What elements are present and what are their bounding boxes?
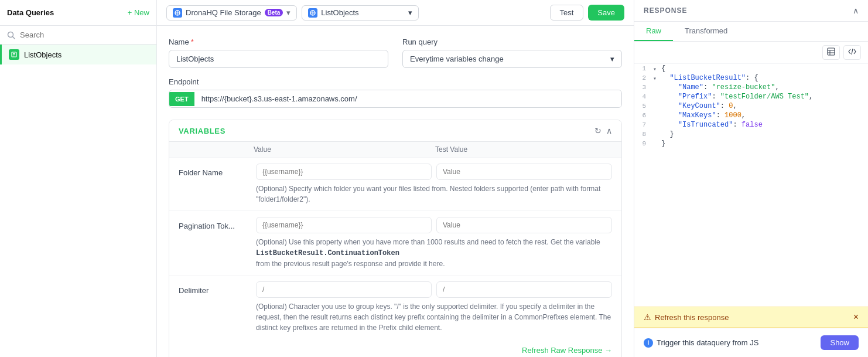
variables-col-headers: Value Test Value xyxy=(169,142,621,157)
endpoint-label: Endpoint xyxy=(169,77,622,86)
svg-rect-12 xyxy=(828,48,835,55)
get-badge: GET xyxy=(169,92,194,106)
table-icon xyxy=(827,47,835,56)
folder-value-input[interactable] xyxy=(256,164,432,180)
variables-actions: ↻ ∧ xyxy=(594,126,612,135)
code-line-3: 3 "Name": "resize-bucket", xyxy=(634,83,868,92)
pagination-test-input[interactable] xyxy=(436,217,612,233)
folder-test-input[interactable] xyxy=(436,164,612,180)
var-inputs-delimiter: (Optional) Character you use to group ke… xyxy=(256,281,612,333)
collapse-variables-button[interactable]: ∧ xyxy=(606,126,612,135)
code-block: 1 ▾ { 2 ▾ "ListBucketResult": { 3 "Name"… xyxy=(634,64,868,307)
trigger-text: i Trigger this dataquery from JS xyxy=(644,338,758,348)
delimiter-description: (Optional) Character you use to group ke… xyxy=(256,301,612,333)
endpoint-input-wrap: GET xyxy=(169,90,622,108)
table-view-button[interactable] xyxy=(822,45,840,60)
response-header: RESPONSE ∧ xyxy=(634,0,868,22)
test-button[interactable]: Test xyxy=(550,5,584,21)
run-query-select[interactable]: Everytime variables change ▾ xyxy=(402,50,622,68)
method-name: ListObjects xyxy=(321,8,358,17)
connector-chevron-icon: ▾ xyxy=(286,8,291,17)
tab-raw[interactable]: Raw xyxy=(634,22,673,41)
search-input[interactable] xyxy=(20,30,149,39)
code-line-6: 6 "MaxKeys": 1000, xyxy=(634,111,868,120)
var-inputs-folder: (Optional) Specify which folder you want… xyxy=(256,164,612,205)
col-test-header: Test Value xyxy=(430,145,612,154)
main-content: DronaHQ File Storage Beta ▾ ListObjects … xyxy=(157,0,634,357)
endpoint-group: Endpoint GET xyxy=(169,77,622,108)
refresh-raw-button[interactable]: Refresh Raw Response → xyxy=(522,346,612,355)
var-inputs-row-delimiter xyxy=(256,281,612,298)
col-value-header: Value xyxy=(249,145,430,154)
var-inputs-row-pagination xyxy=(256,217,612,233)
pagination-value-input[interactable] xyxy=(256,217,432,233)
topbar-actions: Test Save xyxy=(550,5,624,21)
connector-selector[interactable]: DronaHQ File Storage Beta ▾ xyxy=(166,5,297,21)
var-inputs-pagination: (Optional) Use this property when you ha… xyxy=(256,217,612,269)
refresh-banner: ⚠ Refresh this response × xyxy=(634,307,868,328)
var-name-folder: Folder Name xyxy=(179,164,249,177)
name-input[interactable] xyxy=(169,50,388,68)
connector-name: DronaHQ File Storage xyxy=(186,8,261,17)
variable-row-delimiter: Delimiter (Optional) Character you use t… xyxy=(169,275,621,339)
new-query-button[interactable]: + New xyxy=(128,8,149,17)
pagination-desc-before: (Optional) Use this property when you ha… xyxy=(256,238,600,246)
save-button[interactable]: Save xyxy=(588,5,624,21)
method-selector[interactable]: ListObjects ▾ xyxy=(302,5,419,21)
list-item-icon xyxy=(9,49,19,60)
folder-description: (Optional) Specify which folder you want… xyxy=(256,183,612,205)
name-group: Name * xyxy=(169,38,388,68)
variables-header: VARIABLES ↻ ∧ xyxy=(169,120,621,142)
info-icon: i xyxy=(644,338,653,348)
code-line-2: 2 ▾ "ListBucketResult": { xyxy=(634,73,868,83)
code-line-4: 4 "Prefix": "testFolder/AWS Test", xyxy=(634,92,868,101)
code-line-8: 8 } xyxy=(634,130,868,139)
endpoint-input[interactable] xyxy=(194,90,621,107)
method-icon xyxy=(308,8,317,18)
code-line-7: 7 "IsTruncated": false xyxy=(634,120,868,130)
response-title: RESPONSE xyxy=(644,6,687,15)
svg-line-1 xyxy=(13,36,15,39)
response-tabs: Raw Transformed xyxy=(634,22,868,42)
delimiter-value-input[interactable] xyxy=(256,281,432,298)
topbar: DronaHQ File Storage Beta ▾ ListObjects … xyxy=(157,0,634,26)
variables-title: VARIABLES xyxy=(179,127,225,135)
sidebar-item-label: ListObjects xyxy=(24,50,61,59)
sidebar-header: Data Queries + New xyxy=(0,0,156,26)
variables-section: VARIABLES ↻ ∧ Value Test Value Folder Na… xyxy=(169,120,622,357)
response-panel: RESPONSE ∧ Raw Transformed 1 ▾ { xyxy=(634,0,868,357)
beta-badge: Beta xyxy=(265,9,283,16)
refresh-variables-button[interactable]: ↻ xyxy=(594,126,602,135)
run-query-label: Run query xyxy=(402,38,622,46)
name-label: Name * xyxy=(169,38,388,46)
show-button[interactable]: Show xyxy=(821,335,859,350)
method-chevron-icon: ▾ xyxy=(408,8,412,17)
pagination-desc-code: ListBucketResult.ContinuationToken xyxy=(256,249,399,257)
form-area: Name * Run query Everytime variables cha… xyxy=(157,26,634,357)
required-star: * xyxy=(191,38,194,46)
search-box xyxy=(0,26,156,45)
code-line-9: 9 } xyxy=(634,139,868,148)
sidebar-item-listobjects[interactable]: ListObjects xyxy=(0,45,156,64)
pagination-desc-after: from the previous result page's response… xyxy=(256,260,445,268)
code-view-button[interactable] xyxy=(843,45,861,60)
collapse-response-button[interactable]: ∧ xyxy=(853,6,859,15)
variable-row-pagination: Pagination Tok... (Optional) Use this pr… xyxy=(169,210,621,275)
run-query-value: Everytime variables change xyxy=(410,55,504,63)
code-line-1: 1 ▾ { xyxy=(634,64,868,73)
trigger-section: i Trigger this dataquery from JS Show xyxy=(634,328,868,357)
search-icon xyxy=(7,31,15,39)
sidebar-title: Data Queries xyxy=(7,8,54,17)
run-query-chevron-icon: ▾ xyxy=(610,55,614,63)
response-toolbar xyxy=(634,42,868,64)
var-inputs-row-folder xyxy=(256,164,612,180)
refresh-close-button[interactable]: × xyxy=(853,312,859,322)
code-line-5: 5 "KeyCount": 0, xyxy=(634,101,868,111)
var-name-delimiter: Delimiter xyxy=(179,281,249,295)
tab-transformed[interactable]: Transformed xyxy=(673,22,739,41)
svg-line-16 xyxy=(852,49,853,55)
sidebar: Data Queries + New ListObjects xyxy=(0,0,157,357)
warning-icon: ⚠ xyxy=(644,312,651,322)
pagination-description: (Optional) Use this property when you ha… xyxy=(256,237,612,269)
delimiter-test-input[interactable] xyxy=(436,281,612,298)
